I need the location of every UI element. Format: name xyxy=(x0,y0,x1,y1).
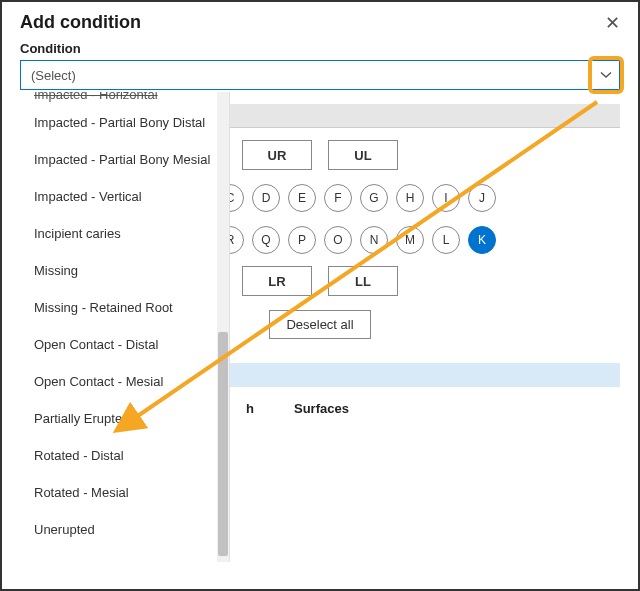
dropdown-item[interactable]: Open Contact - Distal xyxy=(32,326,217,363)
dropdown-item[interactable]: Rotated - Distal xyxy=(32,437,217,474)
tooth-g[interactable]: G xyxy=(360,184,388,212)
condition-select[interactable]: (Select) xyxy=(20,60,620,90)
dropdown-item[interactable]: Watch xyxy=(32,548,217,562)
tooth-q[interactable]: Q xyxy=(252,226,280,254)
dropdown-item[interactable]: Impacted - Partial Bony Mesial xyxy=(32,141,217,178)
dropdown-item[interactable]: Open Contact - Mesial xyxy=(32,363,217,400)
tooth-j[interactable]: J xyxy=(468,184,496,212)
quadrant-ul[interactable]: UL xyxy=(328,140,398,170)
dialog-title: Add condition xyxy=(20,12,141,33)
select-placeholder: (Select) xyxy=(21,68,593,83)
dropdown-item[interactable]: Impacted - Vertical xyxy=(32,178,217,215)
dropdown-item[interactable]: Impacted - Partial Bony Distal xyxy=(32,104,217,141)
dropdown-item[interactable]: Partially Erupted xyxy=(32,400,217,437)
quadrant-lr[interactable]: LR xyxy=(242,266,312,296)
content-area: UR UL A B C D E F G H I J T S R Q P O N … xyxy=(2,92,638,572)
tooth-k[interactable]: K xyxy=(468,226,496,254)
field-label: Condition xyxy=(2,39,638,60)
dialog-header: Add condition ✕ xyxy=(2,2,638,39)
tooth-p[interactable]: P xyxy=(288,226,316,254)
condition-dropdown-panel: Impacted - Horizontal Impacted - Partial… xyxy=(20,92,230,562)
quadrant-ll[interactable]: LL xyxy=(328,266,398,296)
close-icon[interactable]: ✕ xyxy=(605,14,620,32)
dropdown-item[interactable]: Unerupted xyxy=(32,511,217,548)
tooth-l[interactable]: L xyxy=(432,226,460,254)
column-header-surfaces: Surfaces xyxy=(294,401,580,416)
quadrant-ur[interactable]: UR xyxy=(242,140,312,170)
scrollbar-thumb[interactable] xyxy=(218,332,228,556)
dropdown-item[interactable]: Incipient caries xyxy=(32,215,217,252)
dropdown-item[interactable]: Rotated - Mesial xyxy=(32,474,217,511)
tooth-i[interactable]: I xyxy=(432,184,460,212)
dropdown-item-cutoff[interactable]: Impacted - Horizontal xyxy=(32,92,217,104)
tooth-h[interactable]: H xyxy=(396,184,424,212)
tooth-d[interactable]: D xyxy=(252,184,280,212)
tooth-m[interactable]: M xyxy=(396,226,424,254)
dropdown-item[interactable]: Missing xyxy=(32,252,217,289)
deselect-all-button[interactable]: Deselect all xyxy=(269,310,370,339)
scrollbar-track[interactable] xyxy=(217,92,229,562)
tooth-e[interactable]: E xyxy=(288,184,316,212)
tooth-n[interactable]: N xyxy=(360,226,388,254)
dropdown-list[interactable]: Impacted - Horizontal Impacted - Partial… xyxy=(20,92,217,562)
dropdown-item[interactable]: Missing - Retained Root xyxy=(32,289,217,326)
tooth-f[interactable]: F xyxy=(324,184,352,212)
tooth-o[interactable]: O xyxy=(324,226,352,254)
chevron-down-icon[interactable] xyxy=(593,61,619,89)
